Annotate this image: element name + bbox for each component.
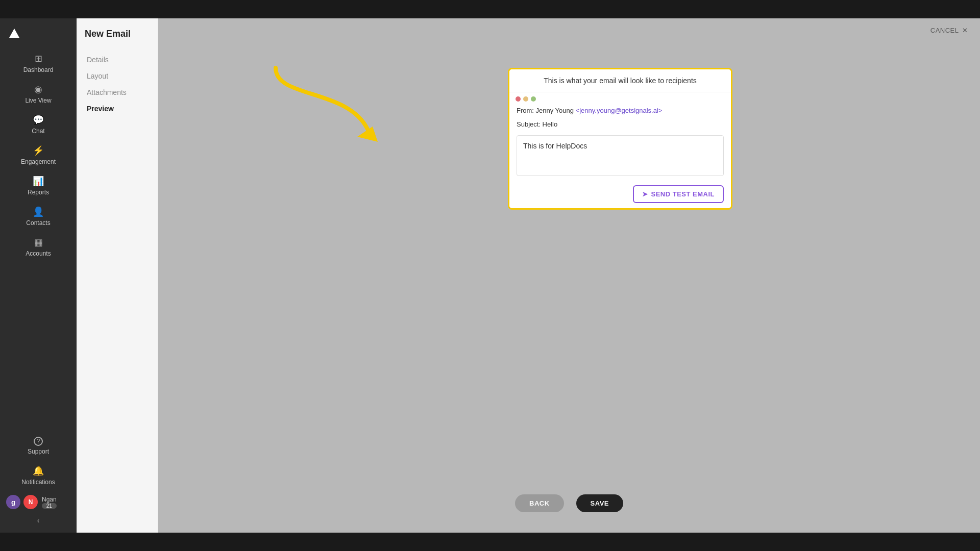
send-icon: ➤ bbox=[642, 190, 648, 198]
avatar-n: N bbox=[23, 495, 38, 509]
step-preview[interactable]: Preview bbox=[85, 101, 150, 117]
sidebar-label-engagement: Engagement bbox=[21, 158, 56, 165]
sub-sidebar: New Email Details Layout Attachments Pre… bbox=[77, 18, 158, 533]
engagement-icon: ⚡ bbox=[33, 145, 44, 156]
cancel-label: CANCEL bbox=[930, 27, 959, 34]
cancel-button[interactable]: CANCEL ✕ bbox=[930, 27, 968, 34]
send-test-email-button[interactable]: ➤ SEND TEST EMAIL bbox=[633, 185, 724, 203]
save-button[interactable]: SAVE bbox=[576, 494, 623, 512]
send-test-label: SEND TEST EMAIL bbox=[651, 190, 715, 198]
step-layout[interactable]: Layout bbox=[85, 68, 150, 84]
email-window-dots bbox=[509, 92, 731, 104]
email-preview-card: This is what your email will look like t… bbox=[508, 68, 732, 210]
chat-icon: 💬 bbox=[33, 114, 44, 126]
user-name: Ngan bbox=[42, 496, 57, 503]
sidebar-label-accounts: Accounts bbox=[26, 250, 51, 257]
sidebar-item-contacts[interactable]: 👤 Contacts bbox=[0, 201, 77, 232]
email-actions: ➤ SEND TEST EMAIL bbox=[509, 180, 731, 208]
chevron-left-icon: ‹ bbox=[37, 516, 40, 524]
sidebar-item-support[interactable]: ? Support bbox=[0, 432, 77, 460]
content-center: This is what your email will look like t… bbox=[158, 42, 980, 533]
sidebar-item-reports[interactable]: 📊 Reports bbox=[0, 170, 77, 201]
sidebar-bottom: ? Support 🔔 Notifications g N Ngan 21 bbox=[0, 432, 77, 513]
sidebar-item-live-view[interactable]: ◉ Live View bbox=[0, 79, 77, 109]
sidebar: ⊞ Dashboard ◉ Live View 💬 Chat ⚡ Engagem… bbox=[0, 18, 77, 533]
sub-sidebar-title: New Email bbox=[85, 29, 150, 39]
yellow-arrow bbox=[255, 58, 398, 152]
user-badge: 21 bbox=[42, 503, 57, 509]
avatar-g: g bbox=[6, 495, 20, 509]
step-details[interactable]: Details bbox=[85, 52, 150, 68]
collapse-btn[interactable]: ‹ bbox=[0, 513, 77, 528]
sidebar-label-chat: Chat bbox=[32, 128, 44, 135]
svg-marker-0 bbox=[9, 29, 19, 38]
user-avatar-area[interactable]: g N Ngan 21 bbox=[0, 491, 77, 513]
content-header: CANCEL ✕ bbox=[158, 18, 980, 42]
sidebar-item-engagement[interactable]: ⚡ Engagement bbox=[0, 140, 77, 170]
top-bar bbox=[0, 0, 980, 18]
sidebar-item-accounts[interactable]: ▦ Accounts bbox=[0, 232, 77, 262]
sidebar-label-live-view: Live View bbox=[25, 97, 51, 104]
email-preview-header-text: This is what your email will look like t… bbox=[509, 69, 731, 92]
main-content: CANCEL ✕ This is what your email will lo… bbox=[158, 18, 980, 533]
back-button[interactable]: BACK bbox=[515, 494, 564, 512]
sidebar-item-chat[interactable]: 💬 Chat bbox=[0, 109, 77, 140]
contacts-icon: 👤 bbox=[33, 206, 44, 217]
dot-red bbox=[516, 96, 521, 102]
bottom-nav: BACK SAVE bbox=[158, 494, 980, 512]
sidebar-label-notifications: Notifications bbox=[21, 479, 55, 486]
sidebar-label-dashboard: Dashboard bbox=[23, 66, 54, 73]
email-from: From: Jenny Young <jenny.young@getsignal… bbox=[509, 104, 731, 117]
sidebar-item-notifications[interactable]: 🔔 Notifications bbox=[0, 460, 77, 491]
bottom-bar bbox=[0, 533, 980, 551]
sidebar-label-reports: Reports bbox=[28, 189, 49, 196]
step-attachments[interactable]: Attachments bbox=[85, 84, 150, 101]
reports-icon: 📊 bbox=[33, 176, 44, 187]
svg-marker-1 bbox=[357, 127, 378, 142]
close-icon: ✕ bbox=[962, 27, 968, 34]
support-icon: ? bbox=[34, 437, 43, 446]
email-from-address: <jenny.young@getsignals.ai> bbox=[576, 107, 663, 114]
notifications-icon: 🔔 bbox=[33, 465, 44, 477]
dashboard-icon: ⊞ bbox=[35, 53, 42, 64]
sidebar-item-dashboard[interactable]: ⊞ Dashboard bbox=[0, 48, 77, 79]
logo[interactable] bbox=[0, 23, 77, 48]
sidebar-label-support: Support bbox=[28, 448, 49, 455]
dot-green bbox=[531, 96, 536, 102]
live-view-icon: ◉ bbox=[34, 84, 42, 95]
sidebar-label-contacts: Contacts bbox=[26, 219, 50, 227]
email-subject: Subject: Hello bbox=[509, 117, 731, 131]
accounts-icon: ▦ bbox=[34, 237, 43, 248]
dot-yellow bbox=[523, 96, 528, 102]
email-body: This is for HelpDocs bbox=[517, 135, 724, 176]
